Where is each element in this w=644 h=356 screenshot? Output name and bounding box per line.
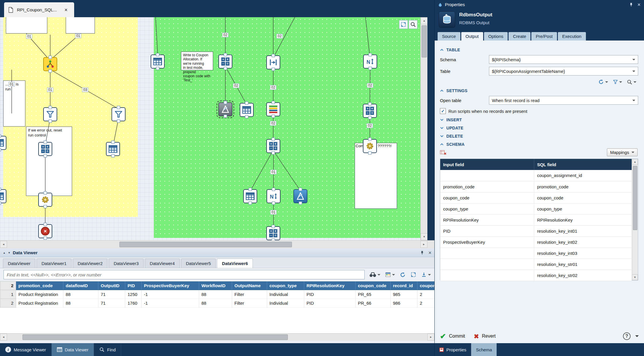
column-header[interactable]: promotion_code xyxy=(16,281,63,290)
section-update[interactable]: UPDATE xyxy=(440,126,638,130)
mapping-row[interactable]: ProspectiveBuyerKeyresolution_key_int02 xyxy=(440,236,632,248)
column-header[interactable]: PID xyxy=(125,281,142,290)
section-delete[interactable]: DELETE xyxy=(440,134,638,138)
section-insert[interactable]: INSERT xyxy=(440,118,638,122)
refresh-button[interactable] xyxy=(598,79,608,85)
tab-dataviewer6[interactable]: DataViewer6 xyxy=(217,259,253,268)
fit-columns-button[interactable] xyxy=(410,272,416,278)
find-tab[interactable]: Find xyxy=(94,343,121,356)
filter-button[interactable] xyxy=(613,79,622,85)
zoom-magnifier-button[interactable] xyxy=(409,20,417,29)
sample-node[interactable] xyxy=(266,102,280,116)
table-node[interactable] xyxy=(106,142,120,156)
column-header[interactable]: OutputName xyxy=(232,281,267,290)
find-input[interactable] xyxy=(4,270,365,279)
merge-node[interactable] xyxy=(266,55,280,69)
scroll-up-button[interactable] xyxy=(632,159,638,165)
column-header[interactable]: coupon_type xyxy=(267,281,304,290)
table-node[interactable] xyxy=(0,189,6,203)
tab-execution[interactable]: Execution xyxy=(558,32,586,41)
refresh-button[interactable] xyxy=(400,272,406,278)
bottom-tab-schema[interactable]: Schema xyxy=(471,343,497,356)
tab-dataviewer4[interactable]: DataViewer4 xyxy=(145,259,180,268)
scroll-up-button[interactable] xyxy=(421,17,427,24)
table-row[interactable]: 1 Product Registration 88 71 1250 -1 88 … xyxy=(0,290,435,299)
error-node[interactable] xyxy=(38,224,52,238)
find-options-button[interactable] xyxy=(369,272,380,278)
column-settings-button[interactable] xyxy=(385,272,395,278)
column-header[interactable]: RPIResolutionKey xyxy=(304,281,356,290)
close-panel-icon[interactable] xyxy=(637,2,640,7)
scroll-down-button[interactable] xyxy=(421,233,427,240)
procedure-node[interactable] xyxy=(363,139,377,153)
table-node[interactable] xyxy=(243,189,257,203)
tab-dataviewer2[interactable]: DataViewer2 xyxy=(73,259,108,268)
table-node[interactable] xyxy=(240,103,254,117)
collapse-down-icon[interactable] xyxy=(8,251,11,254)
splitter-node[interactable] xyxy=(43,57,57,71)
mapping-row[interactable]: coupon_codecoupon_code xyxy=(440,192,632,203)
tab-source[interactable]: Source xyxy=(438,32,460,41)
section-table[interactable]: TABLE xyxy=(440,48,638,52)
section-schema[interactable]: SCHEMA xyxy=(440,142,638,147)
tab-prepost[interactable]: Pre/Post xyxy=(531,32,557,41)
column-header[interactable]: OutputID xyxy=(98,281,125,290)
help-icon[interactable] xyxy=(623,332,631,340)
tab-dataviewer5[interactable]: DataViewer5 xyxy=(181,259,216,268)
filter-node[interactable] xyxy=(43,107,57,121)
sort-node[interactable]: N xyxy=(363,55,377,69)
column-header[interactable]: WorkflowID xyxy=(199,281,232,290)
revert-button[interactable]: Revert xyxy=(482,334,496,339)
procedure-node[interactable] xyxy=(38,193,52,207)
pin-icon[interactable] xyxy=(629,3,633,7)
calculate-node[interactable] xyxy=(266,139,280,153)
mapping-row[interactable]: coupon_typecoupon_type xyxy=(440,203,632,214)
mapping-row[interactable]: promotion_codepromotion_code xyxy=(440,181,632,192)
document-tab[interactable]: RPI_Coupon_SQL... xyxy=(4,2,74,17)
commit-check-icon[interactable] xyxy=(440,333,446,340)
tab-options[interactable]: Options xyxy=(484,32,508,41)
close-document-icon[interactable] xyxy=(65,7,68,13)
table-row[interactable]: 2 Product Registration 88 71 1760 -1 88 … xyxy=(0,299,435,308)
commit-button[interactable]: Commit xyxy=(449,334,465,339)
chevron-down-icon[interactable] xyxy=(635,335,639,339)
horizontal-scroll-thumb[interactable] xyxy=(22,334,288,340)
search-button[interactable] xyxy=(627,79,636,85)
rpi-tool-node-selected[interactable] xyxy=(218,102,232,116)
sort-node[interactable]: N xyxy=(267,189,281,203)
scroll-down-button[interactable] xyxy=(632,274,638,280)
collapse-up-icon[interactable] xyxy=(3,251,6,254)
mapping-row[interactable]: RPIResolutionKeyRPIResolutionKey xyxy=(440,214,632,225)
bottom-tab-properties[interactable]: Properties xyxy=(435,343,471,356)
column-header[interactable]: ProspectiveBuyerKey xyxy=(142,281,199,290)
filter-node[interactable] xyxy=(112,107,126,121)
mapping-row[interactable]: resolution_key_int03 xyxy=(440,248,632,259)
calculate-node[interactable] xyxy=(38,142,52,156)
schema-select[interactable]: ${RPISchema} xyxy=(489,55,638,64)
calculate-node[interactable] xyxy=(266,226,280,240)
export-button[interactable] xyxy=(421,272,431,278)
tab-dataviewer[interactable]: DataViewer xyxy=(3,259,35,268)
column-header[interactable]: coupon_gro xyxy=(417,281,435,290)
calculate-node[interactable] xyxy=(218,55,232,69)
close-panel-icon[interactable] xyxy=(428,250,431,255)
section-settings[interactable]: SETTINGS xyxy=(440,88,638,93)
dataflow-canvas[interactable]: ...ired is run If we error out, reset ru… xyxy=(0,17,427,240)
zoom-fit-button[interactable] xyxy=(399,20,408,29)
run-scripts-checkbox[interactable] xyxy=(440,108,446,114)
vertical-scroll-thumb[interactable] xyxy=(422,25,427,57)
mapping-row[interactable]: PIDresolution_key_int01 xyxy=(440,225,632,236)
vertical-scroll-thumb[interactable] xyxy=(633,166,637,230)
mappings-button[interactable]: Mappings xyxy=(607,148,638,156)
column-header[interactable]: dataflowID xyxy=(63,281,98,290)
calculate-node[interactable] xyxy=(363,104,377,118)
data-viewer-tab[interactable]: Data Viewer xyxy=(52,343,94,356)
horizontal-scroll-thumb[interactable] xyxy=(119,242,292,247)
tab-dataviewer1[interactable]: DataViewer1 xyxy=(36,259,72,268)
open-table-select[interactable]: When first record is read xyxy=(489,96,638,105)
mapping-row[interactable]: coupon_assignment_id xyxy=(440,170,632,181)
table-node[interactable] xyxy=(0,136,6,150)
scroll-left-button[interactable] xyxy=(0,334,7,341)
message-viewer-tab[interactable]: Message Viewer xyxy=(0,343,52,356)
tab-dataviewer3[interactable]: DataViewer3 xyxy=(109,259,144,268)
